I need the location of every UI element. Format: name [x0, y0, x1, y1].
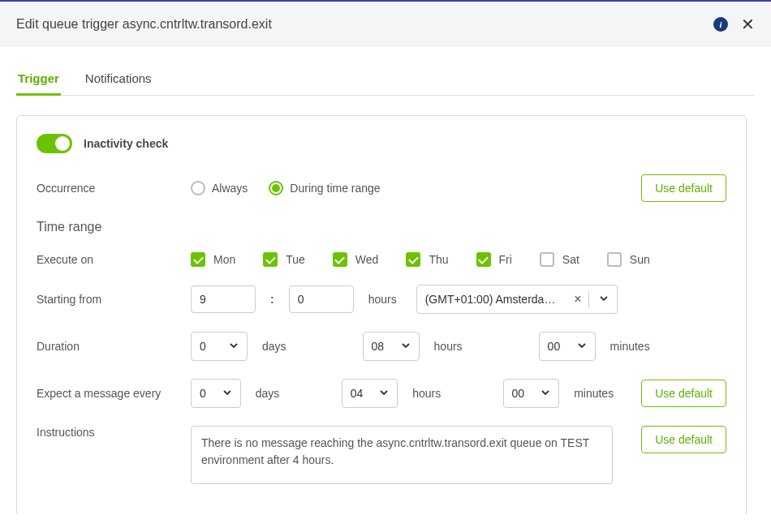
- duration-hours-value: 08: [364, 340, 393, 353]
- chevron-down-icon: [393, 340, 419, 353]
- close-icon[interactable]: ✕: [741, 16, 755, 32]
- expect-minutes-value: 00: [504, 387, 533, 400]
- checkbox-mon[interactable]: [191, 252, 205, 267]
- timezone-divider: [588, 291, 589, 307]
- occurrence-row: Occurrence Always During time range Use …: [37, 174, 726, 202]
- dialog-header: Edit queue trigger async.cntrltw.transor…: [0, 0, 771, 47]
- day-wed-label: Wed: [355, 253, 379, 266]
- occurrence-always-option[interactable]: Always: [191, 181, 248, 195]
- inactivity-label: Inactivity check: [84, 137, 168, 150]
- time-range-title: Time range: [37, 220, 726, 234]
- scroll-area[interactable]: Inactivity check Occurrence Always Durin…: [16, 115, 755, 514]
- day-sat-label: Sat: [562, 253, 579, 266]
- radio-during[interactable]: [269, 181, 283, 195]
- header-icons: i ✕: [713, 16, 755, 32]
- trigger-panel: Inactivity check Occurrence Always Durin…: [16, 115, 747, 514]
- chevron-down-icon: [569, 340, 595, 353]
- duration-minutes-value: 00: [540, 340, 569, 353]
- time-separator: :: [270, 293, 274, 306]
- inactivity-toggle[interactable]: [37, 134, 72, 153]
- day-sat-option[interactable]: Sat: [540, 252, 579, 267]
- day-fri-option[interactable]: Fri: [476, 252, 512, 267]
- day-thu-label: Thu: [429, 253, 448, 266]
- dialog-body: Trigger Notifications Inactivity check O…: [0, 47, 771, 530]
- use-default-occurrence-button[interactable]: Use default: [641, 174, 726, 202]
- timezone-value: (GMT+01:00) Amsterdam/…: [417, 293, 570, 306]
- inactivity-switch-row: Inactivity check: [37, 134, 726, 153]
- duration-days-value: 0: [192, 340, 214, 353]
- checkbox-tue[interactable]: [263, 252, 278, 267]
- dialog-title: Edit queue trigger async.cntrltw.transor…: [16, 17, 272, 32]
- expect-hours-value: 04: [342, 387, 372, 400]
- radio-always[interactable]: [191, 181, 205, 195]
- tab-bar: Trigger Notifications: [16, 63, 755, 96]
- starting-from-label: Starting from: [37, 293, 183, 306]
- day-wed-option[interactable]: Wed: [333, 252, 379, 267]
- expect-days-select[interactable]: 0: [191, 379, 241, 408]
- chevron-down-icon: [214, 387, 240, 400]
- day-mon-label: Mon: [213, 253, 235, 266]
- chevron-down-icon: [221, 340, 247, 353]
- day-thu-option[interactable]: Thu: [406, 252, 448, 267]
- expect-label: Expect a message every: [37, 387, 183, 400]
- expect-hours-unit: hours: [412, 387, 441, 400]
- chevron-down-icon[interactable]: [591, 293, 617, 306]
- timezone-clear-icon[interactable]: ×: [569, 292, 586, 307]
- duration-row: Duration 0 days 08 hours 00 minutes: [37, 332, 726, 361]
- day-sun-option[interactable]: Sun: [607, 252, 650, 267]
- duration-label: Duration: [37, 340, 183, 353]
- tab-trigger[interactable]: Trigger: [16, 63, 61, 95]
- duration-days-unit: days: [262, 340, 286, 353]
- checkbox-wed[interactable]: [333, 252, 347, 267]
- chevron-down-icon: [371, 387, 397, 400]
- occurrence-label: Occurrence: [37, 182, 183, 195]
- expect-row: Expect a message every 0 days 04 hours 0…: [37, 379, 726, 408]
- duration-hours-unit: hours: [434, 340, 463, 353]
- starting-from-row: Starting from : hours (GMT+01:00) Amster…: [37, 285, 726, 314]
- instructions-textarea[interactable]: There is no message reaching the async.c…: [191, 426, 613, 484]
- chevron-down-icon: [532, 387, 558, 400]
- day-mon-option[interactable]: Mon: [191, 252, 235, 267]
- expect-days-unit: days: [256, 387, 280, 400]
- expect-minutes-unit: minutes: [574, 387, 614, 400]
- expect-hours-select[interactable]: 04: [342, 379, 398, 408]
- instructions-row: Instructions There is no message reachin…: [37, 426, 726, 484]
- day-tue-label: Tue: [286, 253, 305, 266]
- use-default-instructions-button[interactable]: Use default: [641, 426, 726, 453]
- checkbox-fri[interactable]: [476, 252, 491, 267]
- radio-always-label: Always: [212, 182, 248, 195]
- duration-days-select[interactable]: 0: [191, 332, 248, 361]
- day-sun-label: Sun: [630, 253, 650, 266]
- tab-notifications[interactable]: Notifications: [84, 63, 153, 95]
- day-fri-label: Fri: [499, 253, 512, 266]
- expect-minutes-select[interactable]: 00: [503, 379, 560, 408]
- duration-minutes-select[interactable]: 00: [539, 332, 596, 361]
- start-hours-unit: hours: [368, 293, 397, 306]
- use-default-expect-button[interactable]: Use default: [641, 380, 726, 407]
- checkbox-sun[interactable]: [607, 252, 622, 267]
- expect-days-value: 0: [192, 387, 214, 400]
- execute-on-row: Execute on Mon Tue Wed Thu Fri Sat Sun: [37, 252, 726, 267]
- checkbox-thu[interactable]: [406, 252, 420, 267]
- day-tue-option[interactable]: Tue: [263, 252, 305, 267]
- info-icon[interactable]: i: [713, 17, 728, 32]
- occurrence-during-option[interactable]: During time range: [269, 181, 380, 195]
- timezone-select[interactable]: (GMT+01:00) Amsterdam/… ×: [416, 285, 618, 314]
- duration-hours-select[interactable]: 08: [363, 332, 420, 361]
- start-minute-input[interactable]: [289, 285, 354, 313]
- instructions-label: Instructions: [37, 426, 183, 439]
- execute-on-label: Execute on: [37, 253, 183, 266]
- duration-minutes-unit: minutes: [610, 340, 650, 353]
- start-hour-input[interactable]: [191, 285, 256, 313]
- checkbox-sat[interactable]: [540, 252, 554, 267]
- radio-during-label: During time range: [290, 182, 380, 195]
